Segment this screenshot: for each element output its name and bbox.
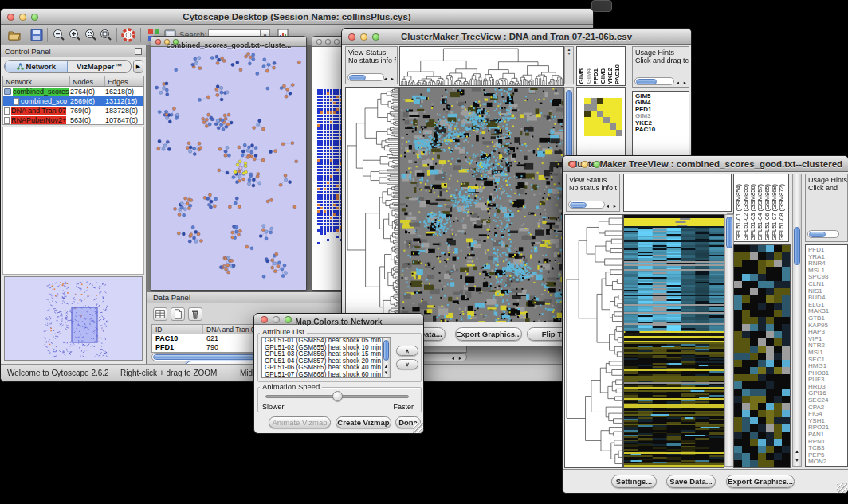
animate-vizmap-button[interactable]: Animate Vizmap xyxy=(269,416,331,428)
close-button[interactable] xyxy=(7,14,14,21)
vscroll-down-arrow[interactable]: ▼ xyxy=(383,370,390,376)
tv2-status-scroll-arrows[interactable]: ◂ ▸ xyxy=(607,203,618,209)
float-panel-icon[interactable] xyxy=(135,48,142,55)
tv1-titlebar[interactable]: ClusterMaker TreeView : DNA and Tran 07-… xyxy=(342,29,691,45)
tv2-titlebar[interactable]: ClusterMaker TreeView : combined_scores_… xyxy=(563,156,848,172)
usage-hints-text: Click and drag tc xyxy=(635,57,689,64)
col-header-edges[interactable]: Edges xyxy=(105,76,143,86)
network-list-row[interactable]: DNA and Tran 07 769(0) 183728(0) xyxy=(3,106,143,115)
column-label: YKE2 xyxy=(607,68,614,84)
network-list-row[interactable]: RNAPuberNov2+ 563(0) 107847(0) xyxy=(3,115,143,125)
close-button[interactable] xyxy=(316,39,322,45)
close-button[interactable] xyxy=(155,39,161,45)
resize-grip[interactable] xyxy=(413,423,423,433)
tv1-hints-scroll-arrows[interactable]: ◂ ▸ xyxy=(677,80,688,86)
tv2-button-bar: Settings... Save Data... Export Graphics… xyxy=(563,469,848,494)
tv2-row-dendrogram[interactable] xyxy=(564,214,623,468)
zoom-in-icon[interactable] xyxy=(68,28,82,42)
col-header-network[interactable]: Network xyxy=(3,76,70,86)
minimize-button[interactable] xyxy=(360,33,367,41)
attribute-list-item[interactable]: GPL51-07 (GSM868) heat shock 60 min xyxy=(262,372,391,378)
zoom-button[interactable] xyxy=(593,161,600,168)
minimize-button[interactable] xyxy=(19,14,26,21)
birdseye-overview-panel[interactable] xyxy=(4,276,143,361)
tv1-column-dendrogram[interactable] xyxy=(399,46,564,86)
vscroll-up-arrow[interactable]: ▲ xyxy=(383,364,390,369)
main-title-bar[interactable]: Cytoscape Desktop (Session Name: collins… xyxy=(1,9,593,25)
new-attribute-icon[interactable] xyxy=(171,307,185,321)
id-column-header[interactable]: ID xyxy=(152,325,203,334)
birdseye-canvas[interactable] xyxy=(5,277,142,360)
save-icon[interactable] xyxy=(29,28,44,42)
column-label: GPL51-08 (GSM872) xyxy=(778,184,785,240)
dialog-titlebar[interactable]: Map Colors to Network xyxy=(254,314,423,325)
tv2-right-vscrollbar[interactable]: ▲ ▼ xyxy=(792,174,802,467)
tv2-hints-hscroll[interactable] xyxy=(807,230,839,238)
zoom-button[interactable] xyxy=(285,316,292,323)
network-view-titlebar[interactable]: combined_scores_good.txt--cluste... xyxy=(151,37,306,47)
network-nodes-count: 2569(6) xyxy=(70,97,105,105)
vscroll-thumb[interactable] xyxy=(383,340,389,361)
vscroll-down-arrow[interactable]: ▼ xyxy=(793,458,801,463)
minimize-button[interactable] xyxy=(273,316,280,323)
tv1-global-heatmap[interactable] xyxy=(399,87,564,322)
attrlist-vscrollbar[interactable]: ▲ ▼ xyxy=(382,338,391,377)
treeview-window-2: ClusterMaker TreeView : combined_scores_… xyxy=(562,155,848,494)
zoom-fit-icon[interactable] xyxy=(99,28,113,42)
create-vizmap-button[interactable]: Create Vizmap xyxy=(336,416,391,428)
tab-vizmapper[interactable]: VizMapper™ xyxy=(68,61,131,72)
tv2-settings-button[interactable]: Settings... xyxy=(611,475,657,488)
tv1-hints-hscroll[interactable] xyxy=(634,77,674,85)
zoom-button[interactable] xyxy=(372,33,379,41)
minimize-button[interactable] xyxy=(325,39,331,45)
desktop: Cytoscape Desktop (Session Name: collins… xyxy=(0,0,848,504)
gene-label[interactable]: PAC10 xyxy=(635,127,689,133)
zoom-selected-icon[interactable] xyxy=(84,28,98,42)
row-id: PFD1 xyxy=(152,343,203,352)
tv2-export-graphics-button[interactable]: Export Graphics... xyxy=(726,475,795,488)
close-button[interactable] xyxy=(569,161,576,168)
tab-network[interactable]: Network xyxy=(5,61,68,72)
vscroll-thumb[interactable] xyxy=(726,217,732,248)
speed-slider-thumb[interactable] xyxy=(332,391,343,401)
tab-overflow-button[interactable]: ▶ xyxy=(133,60,143,73)
tv2-status-hscroll[interactable] xyxy=(568,201,605,209)
minimize-button[interactable] xyxy=(581,161,588,168)
tv2-global-heatmap[interactable] xyxy=(623,214,724,468)
minimize-button[interactable] xyxy=(164,39,170,45)
zoom-button[interactable] xyxy=(334,39,340,45)
move-up-button[interactable]: ∧ xyxy=(396,346,418,356)
move-down-button[interactable]: ∨ xyxy=(396,359,418,369)
col-header-nodes[interactable]: Nodes xyxy=(70,76,105,86)
tv1-row-dendrogram[interactable] xyxy=(345,87,399,322)
network-list-row[interactable]: combined_scores 2764(0) 16218(0) xyxy=(3,87,143,96)
network-view-window[interactable]: combined_scores_good.txt--cluste... xyxy=(151,36,307,291)
tv2-title: ClusterMaker TreeView : combined_scores_… xyxy=(568,159,842,169)
tv1-usage-hints-panel: Usage HintsClick and drag tc ◂ ▸ xyxy=(632,46,689,88)
tv1-zoom-matrix-heatmap[interactable] xyxy=(584,98,622,136)
help-lifering-icon[interactable] xyxy=(121,28,135,42)
attribute-table-icon[interactable] xyxy=(153,307,167,321)
tv2-save-data-button[interactable]: Save Data... xyxy=(666,475,716,488)
zoom-button[interactable] xyxy=(173,39,179,45)
zoom-button[interactable] xyxy=(31,14,38,21)
network-list-row[interactable]: combined_sco 2569(6) 13112(15) xyxy=(3,96,143,106)
gene-label[interactable]: MON2 xyxy=(808,459,847,466)
tv1-mini-scroll-arrows[interactable]: ▲▼ xyxy=(564,46,574,84)
network-graph-canvas[interactable] xyxy=(151,47,306,291)
resize-grip[interactable] xyxy=(837,483,847,494)
close-button[interactable] xyxy=(348,33,355,41)
vscroll-up-arrow[interactable]: ▲ xyxy=(793,449,801,455)
tv2-column-dendrogram-area[interactable] xyxy=(623,174,732,212)
column-label: GIM3 xyxy=(599,68,607,84)
tv2-zoom-heatmap[interactable] xyxy=(733,244,791,468)
hscroll-arrows[interactable]: ◂ ▸ xyxy=(452,355,463,361)
delete-trash-icon[interactable] xyxy=(188,307,202,321)
zoom-out-icon[interactable] xyxy=(52,28,66,42)
tv1-status-scroll-arrows[interactable]: ◂ ▸ xyxy=(384,76,395,82)
close-button[interactable] xyxy=(261,316,268,323)
tv1-status-hscroll[interactable] xyxy=(347,73,384,81)
vscroll-thumb[interactable] xyxy=(794,227,800,265)
tv1-export-graphics-button[interactable]: Export Graphics... xyxy=(455,327,522,341)
open-file-icon[interactable] xyxy=(7,28,22,42)
